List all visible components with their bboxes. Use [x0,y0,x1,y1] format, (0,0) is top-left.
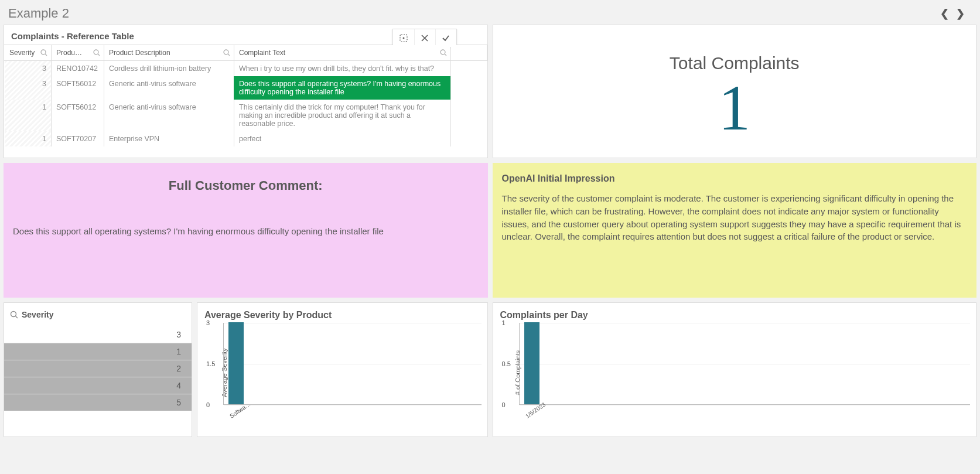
table-row[interactable]: 1SOFT56012Generic anti-virus softwareThi… [5,100,487,131]
cell-pad[interactable] [450,76,487,100]
svg-point-1 [402,37,404,39]
col-header-description[interactable]: Product Description [104,45,234,61]
complaints-per-day-title: Complaints per Day [493,303,976,323]
cell-description[interactable]: Cordless drill lithium-ion battery [104,61,234,77]
cell-description[interactable]: Enterprise VPN [104,131,234,146]
cell-complaint[interactable]: Does this support all operating systems?… [234,76,451,100]
cell-product[interactable]: RENO10742 [52,61,104,77]
search-icon[interactable] [223,49,230,56]
y-tick: 3 [206,319,210,326]
svg-point-12 [11,312,16,317]
col-header-severity[interactable]: Severity [5,45,52,61]
y-tick: 1 [502,319,506,326]
cell-description[interactable]: Generic anti-virus software [104,76,234,100]
search-icon[interactable] [10,311,18,319]
cell-severity[interactable]: 1 [5,131,52,146]
cell-complaint[interactable]: When i try to use my own drill bits, the… [234,61,451,77]
prev-sheet-button[interactable]: ❮ [940,7,949,20]
svg-line-13 [16,316,18,319]
page-title: Example 2 [8,6,69,21]
chart-bar[interactable] [228,322,244,404]
svg-point-4 [41,50,46,54]
svg-point-10 [441,50,445,54]
search-icon[interactable] [93,49,100,56]
svg-line-5 [45,54,47,56]
col-header-severity-label: Severity [9,49,35,57]
severity-filter-title: Severity [22,310,53,319]
avg-severity-chart-card: Average Severity by Product Average Seve… [197,302,488,437]
col-header-description-label: Product Description [109,49,170,57]
cell-complaint[interactable]: This certainly did the trick for my comp… [234,100,451,131]
cell-pad[interactable] [450,100,487,131]
y-tick: 0 [502,401,506,408]
svg-line-9 [228,54,230,56]
severity-filter-item[interactable]: 5 [4,394,192,411]
cell-severity[interactable]: 3 [5,61,52,77]
ai-impression-card: OpenAI Initial Impression The severity o… [493,163,977,298]
y-tick: 0.5 [502,360,511,367]
confirm-selection-button[interactable] [435,29,456,47]
complaints-per-day-plot[interactable]: 00.511/5/2023 [519,323,971,405]
complaints-per-day-card: Complaints per Day # of Complaints 00.51… [493,302,977,437]
total-complaints-title: Total Complaints [670,53,800,73]
svg-line-11 [445,54,446,56]
cell-description[interactable]: Generic anti-virus software [104,100,234,131]
full-comment-title: Full Customer Comment: [13,178,479,193]
cell-product[interactable]: SOFT56012 [52,100,104,131]
col-header-product[interactable]: Produ… [52,45,104,61]
svg-line-7 [98,54,100,56]
table-row[interactable]: 3RENO10742Cordless drill lithium-ion bat… [5,61,487,77]
search-icon[interactable] [440,49,447,56]
col-header-complaint[interactable]: Complaint Text [234,45,451,61]
col-header-pad [450,45,487,61]
cell-product[interactable]: SOFT70207 [52,131,104,146]
avg-severity-chart-title: Average Severity by Product [197,303,487,323]
cancel-selection-button[interactable] [414,29,435,47]
total-complaints-card: Total Complaints 1 [493,25,977,158]
svg-point-8 [224,50,228,54]
severity-filter-card: Severity 31245 [4,302,192,437]
sheet-nav: ❮ ❯ [940,7,968,20]
severity-filter-item[interactable]: 3 [4,326,192,343]
table-row[interactable]: 1SOFT70207Enterprise VPNperfect [5,131,487,146]
severity-filter-item[interactable]: 2 [4,360,192,377]
cell-severity[interactable]: 3 [5,76,52,100]
cell-product[interactable]: SOFT56012 [52,76,104,100]
severity-filter-item[interactable]: 1 [4,343,192,360]
avg-severity-plot[interactable]: 01.53Softwa… [223,323,482,405]
next-sheet-button[interactable]: ❯ [956,7,965,20]
lasso-select-button[interactable] [393,29,414,47]
total-complaints-value: 1 [718,76,750,140]
ai-impression-title: OpenAI Initial Impression [502,173,968,184]
full-comment-body: Does this support all operating systems?… [13,226,479,236]
full-comment-card: Full Customer Comment: Does this support… [4,163,488,298]
table-row[interactable]: 3SOFT56012Generic anti-virus softwareDoe… [5,76,487,100]
col-header-complaint-label: Complaint Text [239,49,285,57]
complaints-table-card: Complaints - Reference Table Severity Pr… [4,25,488,158]
severity-filter-item[interactable]: 4 [4,377,192,394]
ai-impression-body: The severity of the customer complaint i… [502,192,968,243]
search-icon[interactable] [40,49,47,56]
complaints-table[interactable]: Severity Produ… Product Description Comp… [4,45,487,146]
y-tick: 1.5 [206,360,215,367]
y-tick: 0 [206,401,210,408]
severity-filter-list: 31245 [4,326,192,411]
cell-pad[interactable] [450,61,487,77]
cell-complaint[interactable]: perfect [234,131,451,146]
svg-point-6 [94,50,98,54]
col-header-product-label: Produ… [56,49,82,57]
cell-severity[interactable]: 1 [5,100,52,131]
cell-pad[interactable] [450,131,487,146]
chart-bar[interactable] [524,322,539,404]
